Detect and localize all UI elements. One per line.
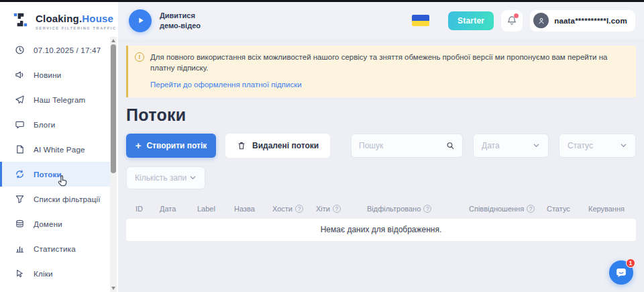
date-filter-dropdown[interactable]: Дата <box>473 134 549 158</box>
sync-icon <box>15 169 25 179</box>
notifications-button[interactable] <box>501 10 523 32</box>
trash-icon <box>237 141 246 150</box>
chat-unread-badge: 1 <box>626 258 635 268</box>
avatar <box>533 13 549 28</box>
help-icon[interactable]: ? <box>527 205 535 213</box>
warning-icon: ! <box>135 52 144 62</box>
sidebar-item-label: Новини <box>34 70 62 79</box>
toolbar-row2: Кількість запи <box>126 166 636 189</box>
sidebar-menu: 07.10.2025 / 17:47 Новини Наш Telegram Б… <box>0 38 110 286</box>
table-empty-state: Немає даних для відображення. <box>126 219 636 241</box>
column-status: Статус <box>547 205 570 213</box>
search-box <box>351 134 463 158</box>
sidebar-item-blogs[interactable]: Блоги <box>0 112 110 137</box>
chat-icon <box>15 119 25 130</box>
person-icon <box>537 16 546 26</box>
sidebar-item-label: Кліки <box>34 269 53 278</box>
logo-text: Cloaking.House SERVICE FILTERING TRAFFIC <box>36 13 117 30</box>
user-account-chip[interactable]: naata**********l.com <box>530 10 635 32</box>
sidebar-item-label: Потоки <box>34 170 62 179</box>
megaphone-icon <box>15 70 25 80</box>
upgrade-subscription-link[interactable]: Перейти до оформлення платної підписки <box>150 79 302 90</box>
column-date: Дата <box>160 205 176 213</box>
sidebar-item-label: Блоги <box>34 120 56 129</box>
plan-badge[interactable]: Starter <box>448 11 494 30</box>
logo-icon <box>11 11 30 32</box>
per-page-dropdown[interactable]: Кількість запи <box>126 166 205 189</box>
main-content: ! Для повного використання всіх можливос… <box>118 39 644 292</box>
domains-icon <box>15 219 25 229</box>
sidebar-item-statistics[interactable]: Статистика <box>0 236 110 261</box>
chevron-down-icon <box>189 174 197 181</box>
sidebar-item-label: Списки фільтрації <box>34 195 101 203</box>
trial-warning-banner: ! Для повного використання всіх можливос… <box>126 46 636 97</box>
help-icon[interactable]: ? <box>295 205 303 213</box>
demo-video-play-button[interactable] <box>129 9 152 32</box>
page-title: Потоки <box>126 105 636 125</box>
scrollbar-down-arrow[interactable] <box>111 287 115 290</box>
sidebar-item-label: AI White Page <box>34 145 85 154</box>
sidebar-item-domains[interactable]: Домени <box>0 211 110 236</box>
sidebar-item-clicks[interactable]: Кліки <box>0 261 110 286</box>
sidebar-item-label: Домени <box>34 220 62 228</box>
chevron-down-icon <box>620 142 627 149</box>
user-email: naata**********l.com <box>554 17 627 25</box>
topbar-right: Starter naata**********l.com <box>412 10 644 32</box>
sidebar-item-label: Наш Telegram <box>34 95 85 104</box>
sidebar-item-telegram[interactable]: Наш Telegram <box>0 87 110 112</box>
clock-icon <box>15 45 25 55</box>
create-stream-button[interactable]: + Створити потік <box>126 134 216 158</box>
play-icon <box>136 16 145 25</box>
chevron-down-icon <box>533 142 540 149</box>
banner-text: Для повного використання всіх можливосте… <box>150 52 627 74</box>
column-hosts: Хости <box>272 205 292 213</box>
status-filter-dropdown[interactable]: Статус <box>559 134 636 158</box>
topbar: Дивитися демо-відео Starter naata*******… <box>118 2 644 39</box>
sidebar-item-filter-lists[interactable]: Списки фільтрації <box>0 187 110 211</box>
demo-video-label[interactable]: Дивитися демо-відео <box>160 11 201 31</box>
funnel-icon <box>15 194 25 204</box>
column-ratio: Співвідношення <box>469 205 524 213</box>
window-top-strip <box>0 0 644 2</box>
sidebar-item-ai-white-page[interactable]: AI White Page <box>0 137 110 162</box>
scrollbar-up-arrow[interactable] <box>111 39 115 42</box>
logo-tagline: SERVICE FILTERING TRAFFIC <box>36 26 117 30</box>
help-icon[interactable]: ? <box>423 205 431 213</box>
deleted-streams-button[interactable]: Видалені потоки <box>225 134 330 158</box>
brand-blue: House <box>82 13 113 24</box>
column-name: Назва <box>234 205 255 213</box>
chat-bubble-icon <box>614 266 628 279</box>
toolbar: + Створити потік Видалені потоки Дата Ст… <box>126 134 636 158</box>
table-header-row: ID Дата Label Назва Хости? Хіти? Відфіль… <box>126 200 636 217</box>
sidebar-scrollbar <box>110 37 117 292</box>
column-actions: Керування <box>588 205 625 213</box>
sidebar-item-streams[interactable]: Потоки <box>0 162 110 187</box>
language-flag-ukraine[interactable] <box>412 15 429 26</box>
column-label: Label <box>197 205 215 213</box>
sidebar-item-label: Статистика <box>34 244 76 253</box>
brand-dark: Cloaking. <box>36 13 82 24</box>
sidebar-item-label: 07.10.2025 / 17:47 <box>34 46 101 54</box>
plus-icon: + <box>136 140 142 150</box>
column-hits: Хіти <box>316 205 330 213</box>
sidebar: Cloaking.House SERVICE FILTERING TRAFFIC… <box>0 2 118 292</box>
logo[interactable]: Cloaking.House SERVICE FILTERING TRAFFIC <box>0 2 118 39</box>
stats-icon <box>15 244 25 254</box>
document-icon <box>15 144 25 154</box>
column-id: ID <box>136 205 143 213</box>
search-icon[interactable] <box>446 141 455 150</box>
telegram-icon <box>15 95 25 105</box>
help-icon[interactable]: ? <box>333 205 341 213</box>
column-filtered: Відфільтровано <box>367 205 421 213</box>
sidebar-item-datetime[interactable]: 07.10.2025 / 17:47 <box>0 38 110 62</box>
search-input[interactable] <box>359 141 446 150</box>
cursor-icon <box>15 269 25 279</box>
scrollbar-thumb[interactable] <box>111 44 116 173</box>
notification-dot <box>514 13 519 18</box>
sidebar-item-news[interactable]: Новини <box>0 62 110 87</box>
chat-widget-button[interactable]: 1 <box>609 260 633 285</box>
